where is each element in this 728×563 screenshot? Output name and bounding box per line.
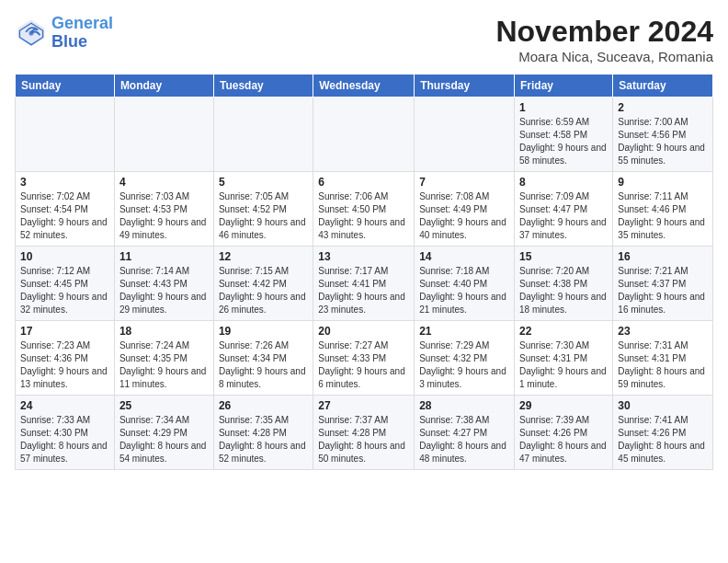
day-info: Sunrise: 6:59 AM Sunset: 4:58 PM Dayligh… — [519, 116, 608, 167]
day-number: 24 — [20, 399, 109, 412]
calendar-cell — [415, 98, 515, 172]
calendar-cell: 14Sunrise: 7:18 AM Sunset: 4:40 PM Dayli… — [415, 247, 515, 321]
day-number: 10 — [20, 250, 109, 263]
header-monday: Monday — [114, 75, 213, 98]
calendar-cell: 12Sunrise: 7:15 AM Sunset: 4:42 PM Dayli… — [213, 247, 313, 321]
day-info: Sunrise: 7:39 AM Sunset: 4:26 PM Dayligh… — [519, 414, 608, 465]
day-number: 26 — [219, 399, 308, 412]
calendar-cell: 16Sunrise: 7:21 AM Sunset: 4:37 PM Dayli… — [613, 247, 713, 321]
header-tuesday: Tuesday — [213, 75, 313, 98]
day-info: Sunrise: 7:05 AM Sunset: 4:52 PM Dayligh… — [219, 190, 308, 242]
calendar-cell — [114, 98, 213, 172]
calendar-cell: 8Sunrise: 7:09 AM Sunset: 4:47 PM Daylig… — [515, 172, 613, 247]
day-number: 19 — [219, 325, 308, 338]
day-number: 18 — [119, 325, 209, 338]
logo-icon — [15, 17, 48, 50]
calendar-cell — [16, 98, 115, 172]
day-info: Sunrise: 7:21 AM Sunset: 4:37 PM Dayligh… — [618, 265, 708, 316]
calendar-cell: 13Sunrise: 7:17 AM Sunset: 4:41 PM Dayli… — [313, 247, 415, 321]
calendar-week-3: 17Sunrise: 7:23 AM Sunset: 4:36 PM Dayli… — [16, 321, 713, 396]
day-number: 4 — [119, 176, 209, 189]
calendar-cell: 19Sunrise: 7:26 AM Sunset: 4:34 PM Dayli… — [213, 321, 313, 396]
day-info: Sunrise: 7:31 AM Sunset: 4:31 PM Dayligh… — [618, 339, 708, 391]
day-info: Sunrise: 7:41 AM Sunset: 4:26 PM Dayligh… — [618, 414, 708, 465]
header: General Blue November 2024 Moara Nica, S… — [15, 15, 713, 64]
day-info: Sunrise: 7:00 AM Sunset: 4:56 PM Dayligh… — [618, 116, 708, 167]
day-number: 5 — [219, 176, 308, 189]
page: General Blue November 2024 Moara Nica, S… — [0, 0, 728, 477]
day-info: Sunrise: 7:12 AM Sunset: 4:45 PM Dayligh… — [20, 265, 109, 316]
calendar-cell: 25Sunrise: 7:34 AM Sunset: 4:29 PM Dayli… — [114, 396, 213, 470]
calendar-week-1: 3Sunrise: 7:02 AM Sunset: 4:54 PM Daylig… — [16, 172, 713, 247]
logo-text: General Blue — [51, 15, 113, 52]
calendar-cell: 11Sunrise: 7:14 AM Sunset: 4:43 PM Dayli… — [114, 247, 213, 321]
calendar-cell — [313, 98, 415, 172]
day-info: Sunrise: 7:08 AM Sunset: 4:49 PM Dayligh… — [419, 190, 509, 242]
calendar-table: SundayMondayTuesdayWednesdayThursdayFrid… — [15, 74, 713, 470]
day-number: 20 — [318, 325, 409, 338]
calendar-header-row: SundayMondayTuesdayWednesdayThursdayFrid… — [16, 75, 713, 98]
day-number: 13 — [318, 250, 409, 263]
calendar-week-4: 24Sunrise: 7:33 AM Sunset: 4:30 PM Dayli… — [16, 396, 713, 470]
day-info: Sunrise: 7:02 AM Sunset: 4:54 PM Dayligh… — [20, 190, 109, 242]
day-number: 7 — [419, 176, 509, 189]
calendar-cell: 1Sunrise: 6:59 AM Sunset: 4:58 PM Daylig… — [515, 98, 613, 172]
day-info: Sunrise: 7:09 AM Sunset: 4:47 PM Dayligh… — [519, 190, 608, 242]
day-number: 17 — [20, 325, 109, 338]
calendar-cell: 29Sunrise: 7:39 AM Sunset: 4:26 PM Dayli… — [515, 396, 613, 470]
day-info: Sunrise: 7:20 AM Sunset: 4:38 PM Dayligh… — [519, 265, 608, 316]
title-block: November 2024 Moara Nica, Suceava, Roman… — [495, 15, 713, 64]
day-number: 23 — [618, 325, 708, 338]
calendar-cell: 24Sunrise: 7:33 AM Sunset: 4:30 PM Dayli… — [16, 396, 115, 470]
day-number: 29 — [519, 399, 608, 412]
calendar-cell: 9Sunrise: 7:11 AM Sunset: 4:46 PM Daylig… — [613, 172, 713, 247]
day-info: Sunrise: 7:29 AM Sunset: 4:32 PM Dayligh… — [419, 339, 509, 391]
calendar-cell: 3Sunrise: 7:02 AM Sunset: 4:54 PM Daylig… — [16, 172, 115, 247]
day-number: 8 — [519, 176, 608, 189]
day-number: 16 — [618, 250, 708, 263]
day-info: Sunrise: 7:27 AM Sunset: 4:33 PM Dayligh… — [318, 339, 409, 391]
day-info: Sunrise: 7:35 AM Sunset: 4:28 PM Dayligh… — [219, 414, 308, 465]
day-number: 11 — [119, 250, 209, 263]
calendar-cell: 15Sunrise: 7:20 AM Sunset: 4:38 PM Dayli… — [515, 247, 613, 321]
header-sunday: Sunday — [16, 75, 115, 98]
calendar-cell: 10Sunrise: 7:12 AM Sunset: 4:45 PM Dayli… — [16, 247, 115, 321]
calendar-cell: 21Sunrise: 7:29 AM Sunset: 4:32 PM Dayli… — [415, 321, 515, 396]
day-info: Sunrise: 7:24 AM Sunset: 4:35 PM Dayligh… — [119, 339, 209, 391]
calendar-cell: 30Sunrise: 7:41 AM Sunset: 4:26 PM Dayli… — [613, 396, 713, 470]
day-info: Sunrise: 7:06 AM Sunset: 4:50 PM Dayligh… — [318, 190, 409, 242]
location-title: Moara Nica, Suceava, Romania — [495, 49, 713, 64]
calendar-week-0: 1Sunrise: 6:59 AM Sunset: 4:58 PM Daylig… — [16, 98, 713, 172]
day-info: Sunrise: 7:11 AM Sunset: 4:46 PM Dayligh… — [618, 190, 708, 242]
calendar-cell: 27Sunrise: 7:37 AM Sunset: 4:28 PM Dayli… — [313, 396, 415, 470]
day-info: Sunrise: 7:26 AM Sunset: 4:34 PM Dayligh… — [219, 339, 308, 391]
day-info: Sunrise: 7:03 AM Sunset: 4:53 PM Dayligh… — [119, 190, 209, 242]
day-info: Sunrise: 7:18 AM Sunset: 4:40 PM Dayligh… — [419, 265, 509, 316]
calendar-cell: 4Sunrise: 7:03 AM Sunset: 4:53 PM Daylig… — [114, 172, 213, 247]
month-title: November 2024 — [495, 15, 713, 49]
day-info: Sunrise: 7:34 AM Sunset: 4:29 PM Dayligh… — [119, 414, 209, 465]
day-info: Sunrise: 7:33 AM Sunset: 4:30 PM Dayligh… — [20, 414, 109, 465]
day-number: 14 — [419, 250, 509, 263]
calendar-cell: 5Sunrise: 7:05 AM Sunset: 4:52 PM Daylig… — [213, 172, 313, 247]
header-saturday: Saturday — [613, 75, 713, 98]
logo-general: General — [51, 14, 113, 32]
day-number: 9 — [618, 176, 708, 189]
day-info: Sunrise: 7:37 AM Sunset: 4:28 PM Dayligh… — [318, 414, 409, 465]
day-number: 25 — [119, 399, 209, 412]
day-number: 27 — [318, 399, 409, 412]
day-info: Sunrise: 7:23 AM Sunset: 4:36 PM Dayligh… — [20, 339, 109, 391]
logo: General Blue — [15, 15, 113, 52]
calendar-cell: 20Sunrise: 7:27 AM Sunset: 4:33 PM Dayli… — [313, 321, 415, 396]
header-thursday: Thursday — [415, 75, 515, 98]
day-info: Sunrise: 7:30 AM Sunset: 4:31 PM Dayligh… — [519, 339, 608, 391]
calendar-cell: 7Sunrise: 7:08 AM Sunset: 4:49 PM Daylig… — [415, 172, 515, 247]
svg-point-2 — [28, 30, 33, 35]
calendar-cell: 18Sunrise: 7:24 AM Sunset: 4:35 PM Dayli… — [114, 321, 213, 396]
day-number: 12 — [219, 250, 308, 263]
calendar-cell — [213, 98, 313, 172]
day-number: 21 — [419, 325, 509, 338]
day-number: 1 — [519, 101, 608, 114]
calendar-cell: 23Sunrise: 7:31 AM Sunset: 4:31 PM Dayli… — [613, 321, 713, 396]
day-number: 30 — [618, 399, 708, 412]
